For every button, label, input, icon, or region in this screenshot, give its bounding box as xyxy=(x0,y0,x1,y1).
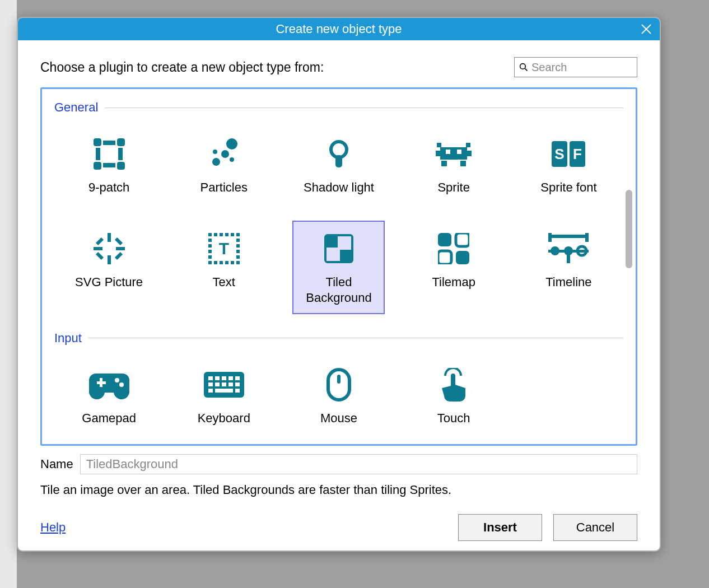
svg-rect-33 xyxy=(108,255,111,264)
svg-rect-57 xyxy=(236,244,240,248)
svg-rect-46 xyxy=(208,261,212,264)
svg-point-79 xyxy=(119,382,124,387)
svg-point-12 xyxy=(212,158,220,166)
svg-rect-4 xyxy=(94,138,101,146)
svg-line-3 xyxy=(525,68,527,71)
svg-rect-85 xyxy=(235,376,240,380)
search-input[interactable] xyxy=(531,61,632,74)
plugin-mouse[interactable]: Mouse xyxy=(292,357,385,435)
svg-rect-42 xyxy=(220,233,223,236)
search-box[interactable] xyxy=(514,57,637,77)
prompt-text: Choose a plugin to create a new object t… xyxy=(40,60,324,75)
dialog-content: Choose a plugin to create a new object t… xyxy=(18,40,660,550)
plugin-sprite[interactable]: Sprite xyxy=(408,126,500,204)
svg-rect-25 xyxy=(460,161,466,166)
plugin-gamepad[interactable]: Gamepad xyxy=(63,357,155,435)
svg-rect-59 xyxy=(236,255,240,259)
svg-rect-41 xyxy=(214,233,217,236)
plugin-tilemap[interactable]: Tilemap xyxy=(408,221,500,314)
plugin-keyboard[interactable]: Keyboard xyxy=(178,357,270,435)
svg-rect-6 xyxy=(117,138,125,146)
svg-point-17 xyxy=(331,142,347,157)
svg-point-78 xyxy=(115,378,119,382)
svg-rect-7 xyxy=(96,148,100,160)
plugin-touch[interactable]: Touch xyxy=(408,357,500,435)
svg-rect-44 xyxy=(231,233,234,236)
svg-rect-37 xyxy=(115,237,123,245)
input-plugin-grid: Gamepad Keyboard Mouse Touch xyxy=(54,357,623,435)
svg-point-73 xyxy=(564,246,573,255)
svg-rect-20 xyxy=(436,151,441,156)
svg-rect-27 xyxy=(457,150,461,154)
help-link[interactable]: Help xyxy=(40,520,66,535)
svg-rect-88 xyxy=(222,382,226,386)
create-object-dialog: Create new object type Choose a plugin t… xyxy=(17,17,661,552)
svg-rect-82 xyxy=(215,376,220,380)
svg-rect-81 xyxy=(208,376,213,380)
svg-text:T: T xyxy=(219,239,229,258)
svg-rect-18 xyxy=(335,155,342,167)
svg-rect-66 xyxy=(438,251,451,264)
svg-rect-43 xyxy=(225,233,228,236)
svg-rect-75 xyxy=(567,254,570,263)
insert-button[interactable]: Insert xyxy=(458,514,542,541)
svg-point-14 xyxy=(226,138,237,150)
svg-rect-24 xyxy=(441,161,447,166)
plugin-shadow-light[interactable]: Shadow light xyxy=(292,126,385,204)
search-icon xyxy=(519,62,528,72)
svg-rect-22 xyxy=(437,143,441,147)
svg-rect-50 xyxy=(231,261,234,264)
timeline-icon xyxy=(548,233,589,264)
svg-rect-49 xyxy=(225,261,228,264)
svg-rect-8 xyxy=(118,148,123,160)
plugin-list-panel: General 9-patch Particles Shadow light xyxy=(40,87,637,446)
svg-rect-35 xyxy=(116,247,125,250)
svg-rect-21 xyxy=(466,151,472,156)
sprite-font-icon: SF xyxy=(552,141,585,167)
svg-rect-39 xyxy=(115,252,123,260)
plugin-particles[interactable]: Particles xyxy=(178,126,270,204)
general-plugin-grid: 9-patch Particles Shadow light Sprite SF xyxy=(54,126,623,314)
plugin-text[interactable]: T Text xyxy=(178,221,270,314)
svg-rect-52 xyxy=(208,239,212,242)
svg-rect-53 xyxy=(208,244,212,248)
shadow-light-icon xyxy=(323,138,354,170)
svg-rect-51 xyxy=(236,261,240,264)
name-input[interactable] xyxy=(80,454,637,474)
gamepad-icon xyxy=(89,370,129,399)
plugin-timeline[interactable]: Timeline xyxy=(523,221,615,314)
particles-icon xyxy=(208,138,240,170)
name-label: Name xyxy=(40,457,73,472)
svg-rect-54 xyxy=(208,250,212,253)
svg-rect-58 xyxy=(236,250,240,253)
plugin-tiled-background[interactable]: Tiled Background xyxy=(292,221,385,314)
svg-rect-9 xyxy=(94,162,101,170)
svg-rect-26 xyxy=(446,150,450,154)
svg-rect-34 xyxy=(94,247,102,250)
svg-picture-icon xyxy=(92,232,126,265)
bottom-row: Help Insert Cancel xyxy=(40,514,637,541)
close-icon xyxy=(641,24,651,34)
plugin-9patch[interactable]: 9-patch xyxy=(63,126,155,204)
svg-rect-87 xyxy=(215,382,220,386)
svg-rect-48 xyxy=(220,261,223,264)
svg-point-15 xyxy=(230,157,234,162)
keyboard-icon xyxy=(204,372,244,398)
svg-rect-91 xyxy=(208,389,213,393)
name-row: Name xyxy=(40,454,637,474)
tiled-background-icon xyxy=(324,234,353,263)
text-icon: T xyxy=(208,233,240,264)
plugin-svg-picture[interactable]: SVG Picture xyxy=(63,221,155,314)
svg-point-72 xyxy=(551,246,559,255)
cancel-button[interactable]: Cancel xyxy=(553,514,637,541)
svg-text:F: F xyxy=(573,146,582,162)
plugin-sprite-font[interactable]: SF Sprite font xyxy=(523,126,615,204)
svg-rect-84 xyxy=(228,376,233,380)
svg-rect-5 xyxy=(103,141,115,145)
close-button[interactable] xyxy=(640,22,653,36)
touch-icon xyxy=(440,368,468,402)
svg-rect-23 xyxy=(466,143,470,147)
scrollbar[interactable] xyxy=(626,190,632,268)
svg-rect-69 xyxy=(548,235,589,238)
plugin-description: Tile an image over an area. Tiled Backgr… xyxy=(40,483,637,497)
